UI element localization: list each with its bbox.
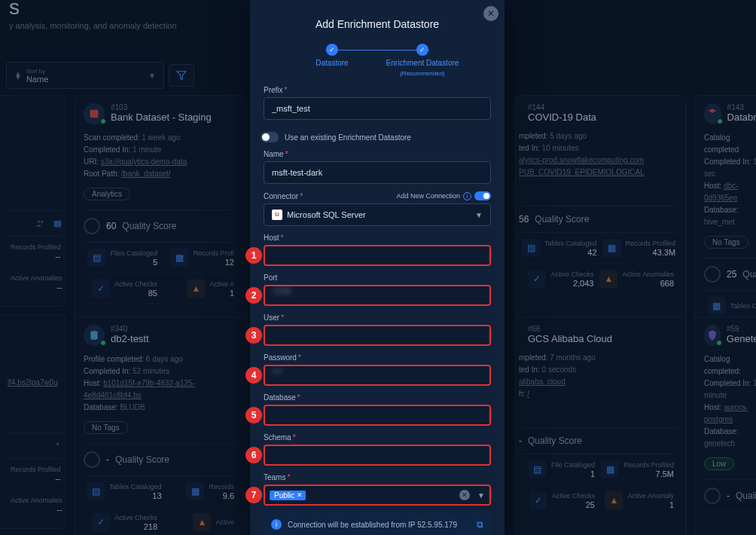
step-label: Enrichment Datastore [386,59,459,67]
name-input[interactable] [264,161,491,184]
step-datastore[interactable]: ✓ Datastore [287,44,377,67]
clear-icon[interactable]: ✕ [459,490,470,500]
annotation-badge-5: 5 [245,407,262,423]
user-input[interactable] [264,325,491,346]
step-sublabel: (Recommended) [400,70,445,77]
port-label: Port [264,274,491,282]
copy-icon[interactable]: ⧉ [477,519,483,530]
schema-input[interactable] [264,445,491,466]
add-connection-label: Add New Connection [396,192,460,200]
add-enrichment-modal: ✕ Add Enrichment Datastore ✓ Datastore ✓… [250,0,505,535]
database-label: Database* [264,393,491,402]
port-input[interactable]: 1234 [264,285,491,306]
connection-info-text: Connection will be established from IP 5… [288,521,457,529]
connector-select[interactable]: ⧉ Microsoft SQL Server ▼ [264,203,491,226]
chevron-down-icon: ▼ [477,491,485,500]
teams-label: Teams* [264,473,491,482]
info-icon[interactable]: i [463,192,471,200]
connection-info-bar: i Connection will be established from IP… [264,513,491,535]
close-button[interactable]: ✕ [483,6,498,21]
remove-chip-icon[interactable]: ✕ [297,491,303,499]
check-icon: ✓ [416,44,428,56]
step-label: Datastore [316,59,348,67]
chevron-down-icon: ▼ [475,211,483,219]
use-existing-toggle[interactable] [261,132,279,142]
teams-input[interactable]: Public ✕ ✕ ▼ [264,485,491,506]
annotation-badge-7: 7 [245,487,262,503]
database-input[interactable] [264,405,491,426]
annotation-badge-2: 2 [245,287,262,304]
close-icon: ✕ [487,8,495,19]
add-connection-toggle[interactable] [474,191,491,200]
password-input[interactable]: ••• [264,365,491,386]
step-connector [325,50,429,50]
annotation-badge-1: 1 [245,247,262,264]
team-chip[interactable]: Public ✕ [270,491,306,500]
check-icon: ✓ [326,44,338,56]
password-label: Password* [264,353,491,362]
name-label: Name* [264,150,491,158]
schema-label: Schema* [264,433,491,442]
user-label: User* [264,313,491,322]
info-icon: i [271,519,282,530]
modal-title: Add Enrichment Datastore [250,0,505,44]
host-label: Host* [264,234,491,242]
prefix-input[interactable] [264,97,491,120]
annotation-badge-4: 4 [245,367,262,384]
annotation-badge-6: 6 [245,447,262,463]
prefix-label: Prefix* [264,86,491,94]
connector-label: Connector* [264,192,303,200]
mssql-icon: ⧉ [272,209,282,220]
connector-value: Microsoft SQL Server [287,210,366,219]
use-existing-label: Use an existing Enrichment Datastore [285,133,411,142]
step-enrichment[interactable]: ✓ Enrichment Datastore (Recommended) [377,44,468,77]
host-input[interactable] [264,245,491,266]
annotation-badge-3: 3 [245,327,262,344]
